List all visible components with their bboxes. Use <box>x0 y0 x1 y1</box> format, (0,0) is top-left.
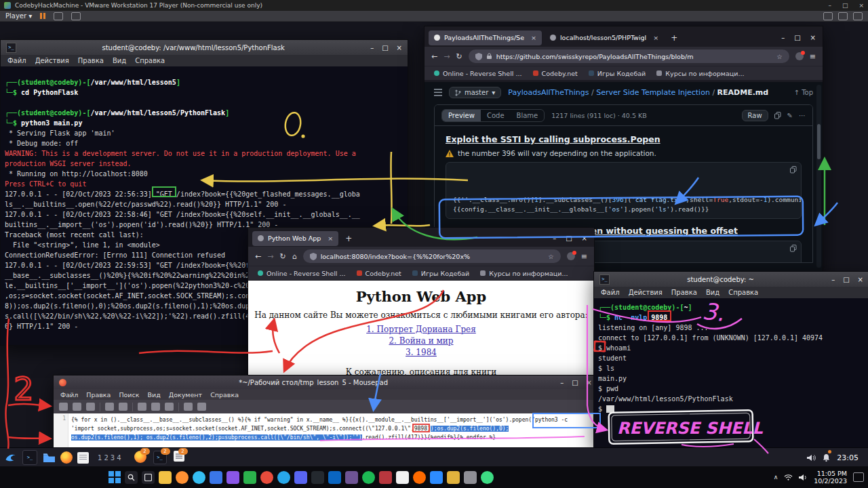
bookmark-item[interactable]: Online - Reverse Shell ... <box>258 270 346 277</box>
account-icon[interactable] <box>567 252 575 260</box>
branch-selector[interactable]: master ▾ <box>449 87 501 98</box>
menu-item[interactable]: Файл <box>601 289 620 296</box>
editor-text[interactable]: {% for x in ().__class__.__base__.__subc… <box>68 413 597 448</box>
start-button[interactable] <box>108 471 121 483</box>
taskbar-app-icon[interactable] <box>447 471 460 484</box>
menu-item[interactable]: Вид <box>706 289 719 296</box>
copy-icon[interactable] <box>151 403 160 411</box>
taskbar-app-icon[interactable] <box>413 471 426 484</box>
section-heading-subprocess-popen[interactable]: Exploit the SSTI by calling subprocess.P… <box>446 134 802 144</box>
menu-item[interactable]: Справка <box>728 289 758 296</box>
new-tab-button[interactable]: + <box>667 33 682 43</box>
volume-icon[interactable] <box>807 454 816 462</box>
ctrl-alt-del-button[interactable] <box>54 12 63 20</box>
terminal-launcher-icon[interactable]: >_ <box>22 450 37 465</box>
minimize-button[interactable]: – <box>370 44 374 52</box>
taskbar-app-icon[interactable] <box>159 471 172 484</box>
maximize-button[interactable]: □ <box>566 235 572 242</box>
menu-item[interactable]: Правка <box>78 57 104 64</box>
unity-button[interactable] <box>838 12 848 20</box>
copy-icon[interactable] <box>774 112 781 119</box>
workspace-number[interactable]: 4 <box>117 454 121 462</box>
action-center-button[interactable] <box>853 472 864 482</box>
tab-close-icon[interactable]: × <box>328 235 333 242</box>
breadcrumb-repo[interactable]: PayloadsAllTheThings <box>508 88 589 97</box>
raw-button[interactable]: Raw <box>742 110 768 121</box>
book-link[interactable]: 2. Война и мир <box>248 336 594 347</box>
taskbar-app-icon[interactable] <box>210 471 222 484</box>
hamburger-menu-icon[interactable]: ≡ <box>581 252 587 261</box>
paste-icon[interactable] <box>165 403 174 411</box>
find-icon[interactable] <box>184 403 193 411</box>
url-bar[interactable]: localhost:8080/index?book={%%20for%20x% … <box>303 249 561 263</box>
clock[interactable]: 23:05 <box>837 453 859 462</box>
taskbar-app-icon[interactable] <box>176 471 189 484</box>
taskbar-app-icon[interactable] <box>277 471 290 484</box>
vmware-titlebar[interactable]: CodebyHackMachine - VMware Workstation 1… <box>0 0 868 11</box>
tab-blame[interactable]: Blame <box>511 110 545 121</box>
taskbar-app-icon[interactable] <box>396 471 409 484</box>
close-button[interactable]: × <box>397 44 402 52</box>
copy-icon[interactable] <box>790 245 797 252</box>
mousepad-titlebar[interactable]: *~/Рабочий стол/tmp_lesson_5 - Mousepad … <box>54 375 597 389</box>
workspace-number[interactable]: 2 <box>104 454 108 462</box>
menu-item[interactable]: Справка <box>135 57 165 64</box>
menu-item[interactable]: Вид <box>148 391 161 399</box>
menu-item[interactable]: Правка <box>671 289 697 296</box>
reload-button[interactable]: ↻ <box>456 52 462 61</box>
taskbar-app-icon[interactable] <box>193 471 205 484</box>
menu-item[interactable]: Документ <box>169 391 202 399</box>
taskbar-app-icon[interactable] <box>362 471 375 484</box>
terminal2-titlebar[interactable]: >_ student@codeby: ~ – □ × <box>594 272 868 287</box>
bookmark-star-icon[interactable]: ☆ <box>776 53 783 60</box>
taskbar-mousepad-button[interactable]: 2 <box>174 451 184 464</box>
bookmark-item[interactable]: Codeby.net <box>533 70 578 77</box>
vmware-minimize-button[interactable]: – <box>828 2 831 9</box>
taskbar-app-icon[interactable] <box>464 471 477 484</box>
speaker-icon[interactable] <box>799 474 808 481</box>
menu-item[interactable]: Вид <box>113 57 126 64</box>
bookmark-item[interactable]: Игры Кодебай <box>589 70 646 77</box>
taskbar-app-icon[interactable] <box>226 471 239 484</box>
workspace-switcher[interactable]: 1234 <box>98 454 121 462</box>
replace-icon[interactable] <box>197 403 206 411</box>
taskbar-app-icon[interactable] <box>294 471 307 484</box>
editor-area[interactable]: 1 {% for x in ().__class__.__base__.__su… <box>54 413 597 448</box>
taskbar-app-icon[interactable] <box>243 471 256 484</box>
back-button[interactable]: ← <box>255 252 261 261</box>
redo-icon[interactable] <box>119 403 127 411</box>
player-menu[interactable]: Player ▾ <box>5 12 32 20</box>
edit-pencil-icon[interactable]: ✎ <box>787 112 793 119</box>
close-button[interactable]: × <box>810 34 816 41</box>
bookmark-star-icon[interactable]: ☆ <box>548 253 554 260</box>
taskbar-app-icon[interactable] <box>260 471 273 484</box>
firefox-launcher-icon[interactable] <box>60 451 73 464</box>
taskbar-terminal-button[interactable]: >_2 <box>153 451 167 464</box>
taskbar-app-icon[interactable] <box>328 471 341 484</box>
home-button[interactable]: ⌂ <box>292 252 297 261</box>
close-button[interactable]: × <box>858 276 863 283</box>
scrollbar[interactable] <box>816 85 821 268</box>
undo-icon[interactable] <box>105 403 114 411</box>
bookmark-item[interactable]: Codeby.net <box>357 270 401 277</box>
minimize-button[interactable]: – <box>831 276 835 283</box>
menu-item[interactable]: Справка <box>210 391 239 399</box>
menu-item[interactable]: Файл <box>7 57 26 64</box>
bookmark-item[interactable]: Игры Кодебай <box>412 270 469 277</box>
workspace-number[interactable]: 1 <box>98 454 102 462</box>
tab-code[interactable]: Code <box>481 110 511 121</box>
file-manager-launcher-icon[interactable] <box>42 451 56 464</box>
forward-button[interactable]: → <box>267 252 273 261</box>
windows-clock[interactable]: 11:05 PM 10/2/2023 <box>814 470 847 485</box>
suspend-button[interactable] <box>40 13 45 19</box>
close-button[interactable]: × <box>582 235 587 242</box>
taskbar-app-icon[interactable] <box>379 471 392 484</box>
bookmark-item[interactable]: Курсы по информаци... <box>656 70 744 77</box>
menu-item[interactable]: Файл <box>60 391 78 399</box>
minimize-button[interactable]: – <box>553 235 556 242</box>
tab-close-icon[interactable]: × <box>531 34 536 41</box>
whisker-menu-button[interactable] <box>4 451 18 464</box>
menu-item[interactable]: Действия <box>35 57 69 64</box>
taskbar-app-icon[interactable] <box>345 471 358 484</box>
maximize-button[interactable]: □ <box>794 34 800 41</box>
